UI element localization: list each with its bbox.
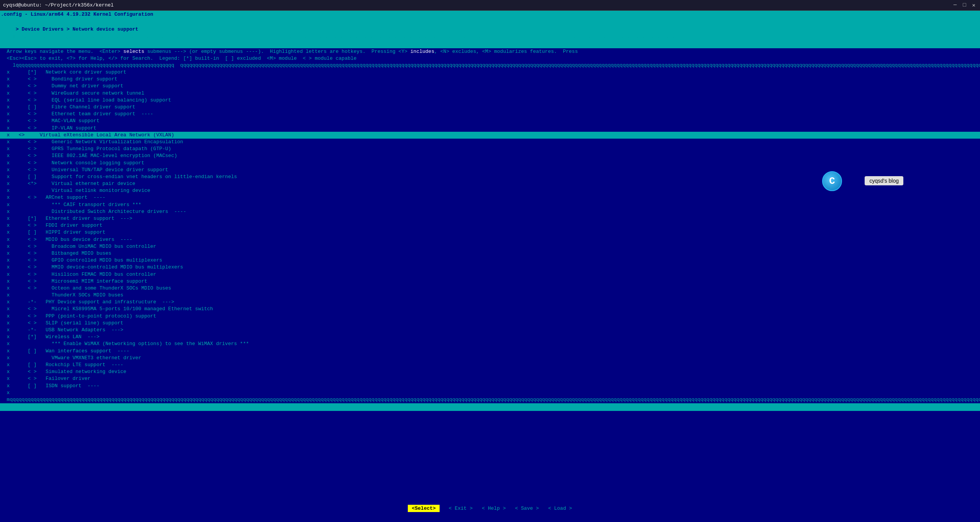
list-item[interactable]: x < > EQL (serial line load balancing) s… xyxy=(0,97,980,104)
list-item[interactable]: x < > Dummy net driver support xyxy=(0,83,980,90)
list-item[interactable]: x < > Generic Network Virtualization Enc… xyxy=(0,139,980,146)
list-item: x *** CAIF transport drivers *** xyxy=(0,201,980,208)
exit-button[interactable]: < Exit > xyxy=(449,506,473,511)
menu-bottom-border: mqqqqqqqqqqqqqqqqqqqqqqqqqqqqqqqqqqqqqqq… xyxy=(0,396,980,403)
list-item: x *** Enable WiMAX (Networking options) … xyxy=(0,340,980,347)
list-item: x xyxy=(0,389,980,396)
list-item[interactable]: x < > IEEE 802.1AE MAC-level encryption … xyxy=(0,152,980,159)
list-item[interactable]: x < > Ethernet team driver support ---- xyxy=(0,111,980,118)
help-line-2: <Esc><Esc> to exit, <?> for Help, </> fo… xyxy=(0,55,980,62)
list-item[interactable]: x [ ] Wan interfaces support ---- xyxy=(0,348,980,355)
list-item[interactable]: x < > Bonding driver support xyxy=(0,76,980,83)
current-location: Network device support qqqqqqqqqqqqqqqqq… xyxy=(13,34,682,40)
action-buttons-bar: <Select> < Exit > < Help > < Save > < Lo… xyxy=(0,502,980,514)
save-button[interactable]: < Save > xyxy=(515,506,539,511)
list-item[interactable]: x < > SLIP (serial line) support xyxy=(0,320,980,327)
list-item[interactable]: x < > FDDI driver support xyxy=(0,222,980,229)
menu-area: lqqqqqqqqqqqqqqqqqqqqqqqqqqqqqqqqqqqqqqq… xyxy=(0,62,980,502)
avatar: C xyxy=(822,171,842,191)
list-item[interactable]: x < > GPRS Tunneling Protocol datapath (… xyxy=(0,146,980,152)
list-item[interactable]: x -*- PHY Device support and infrastruct… xyxy=(0,299,980,306)
list-item[interactable]: x < > Hisilicon FEMAC MDIO bus controlle… xyxy=(0,271,980,278)
breadcrumb-bar: > Device Drivers > Network device suppor… xyxy=(0,18,980,48)
list-item[interactable]: x < > PPP (point-to-point protocol) supp… xyxy=(0,313,980,320)
avatar-letter: C xyxy=(829,175,835,187)
avatar-label: cyqsd's blog xyxy=(865,176,903,185)
bottom-status xyxy=(0,514,980,522)
list-item[interactable]: x [ ] Fibre Channel driver support xyxy=(0,104,980,111)
list-item[interactable]: x [*] Ethernet driver support ---> xyxy=(0,215,980,222)
breadcrumb: > Device Drivers > Network device suppor… xyxy=(13,26,141,32)
list-item[interactable]: x < > Broadcom UniMAC MDIO bus controlle… xyxy=(0,243,980,250)
window-controls[interactable]: ─ □ ✕ xyxy=(952,2,977,8)
list-item: x VMware VMXNET3 ethernet driver xyxy=(0,355,980,362)
list-item[interactable]: x < > MMIO device-controlled MDIO bus mu… xyxy=(0,264,980,271)
list-item: x ThunderX SOCs MDIO buses xyxy=(0,292,980,299)
list-item: x Distributed Switch Architecture driver… xyxy=(0,208,980,215)
menu-top-border: lqqqqqqqqqqqqqqqqqqqqqqqqqqqqqqqqqqqqqqq… xyxy=(0,62,980,69)
list-item[interactable]: x < > Network console logging support xyxy=(0,160,980,167)
list-item[interactable]: x < > ARCnet support ---- xyxy=(0,194,980,201)
list-item[interactable]: x < > WireGuard secure network tunnel xyxy=(0,90,980,97)
list-item[interactable]: x < > Bitbanged MDIO buses xyxy=(0,250,980,257)
help-line-1: Arrow keys navigate the menu. <Enter> se… xyxy=(0,48,980,55)
list-item[interactable]: x -*- USB Network Adapters ---> xyxy=(0,327,980,334)
list-item[interactable]: x [ ] Rockchip LTE support ---- xyxy=(0,362,980,368)
config-title-bar: .config - Linux/arm64 4.19.232 Kernel Co… xyxy=(0,11,980,18)
title-bar: cyqsd@ubuntu: ~/Project/rk356x/kernel ─ … xyxy=(0,0,980,11)
list-item[interactable]: x < > Failover driver xyxy=(0,375,980,382)
load-button[interactable]: < Load > xyxy=(548,506,572,511)
list-item[interactable]: x < > GPIO controlled MDIO bus multiplex… xyxy=(0,257,980,264)
list-item[interactable]: x < > MAC-VLAN support xyxy=(0,118,980,124)
maximize-button[interactable]: □ xyxy=(961,2,967,8)
close-button[interactable]: ✕ xyxy=(971,2,977,8)
list-item[interactable]: x [ ] HIPPI driver support xyxy=(0,229,980,236)
list-item[interactable]: x < > Simulated networking device xyxy=(0,368,980,375)
list-item-selected[interactable]: x <> Virtual eXtensible Local Area Netwo… xyxy=(0,132,980,139)
minimize-button[interactable]: ─ xyxy=(952,2,958,8)
help-button[interactable]: < Help > xyxy=(482,506,506,511)
list-item[interactable]: x [ ] ISDN support ---- xyxy=(0,383,980,389)
status-bar xyxy=(0,403,980,411)
list-item[interactable]: x < > Microsemi MIIM interface support xyxy=(0,278,980,285)
select-button[interactable]: <Select> xyxy=(408,505,439,512)
terminal-content: .config - Linux/arm64 4.19.232 Kernel Co… xyxy=(0,11,980,522)
list-item[interactable]: x < > Micrel KS8995MA 5-ports 10/100 man… xyxy=(0,306,980,313)
list-item[interactable]: x < > Octeon and some ThunderX SOCs MDIO… xyxy=(0,285,980,292)
list-item[interactable]: x [*] Wireless LAN ---> xyxy=(0,334,980,340)
list-item[interactable]: x [*] Network core driver support xyxy=(0,69,980,76)
window-title: cyqsd@ubuntu: ~/Project/rk356x/kernel xyxy=(3,2,114,8)
list-item[interactable]: x < > IP-VLAN support xyxy=(0,125,980,132)
list-item[interactable]: x < > MDIO bus device drivers ---- xyxy=(0,236,980,243)
